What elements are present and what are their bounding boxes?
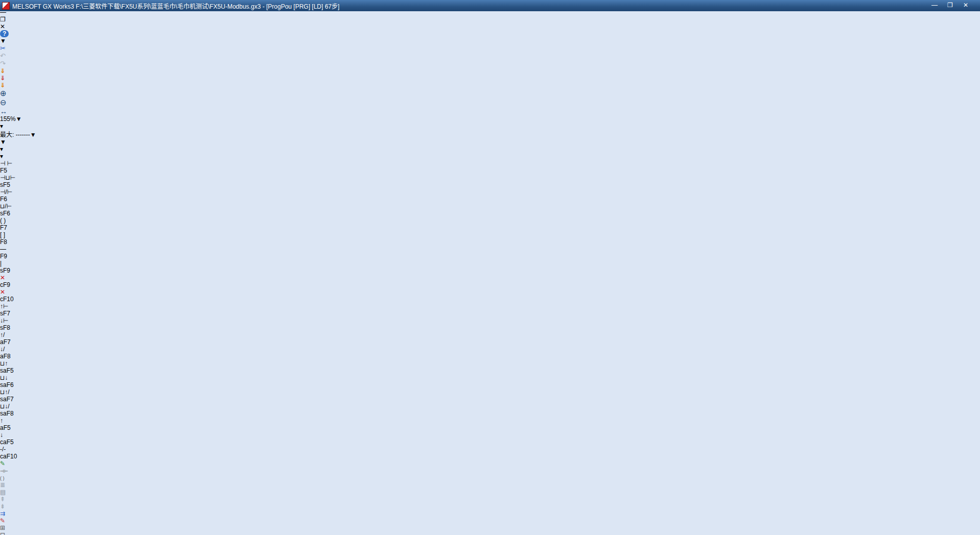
minimize-button[interactable]: — (931, 2, 946, 10)
coil-button[interactable]: ( )F7 (0, 217, 980, 231)
key-label: aF8 (0, 353, 980, 360)
key-label: F5 (0, 167, 980, 174)
key-label: sF9 (0, 267, 980, 274)
title-bar: MELSOFT GX Works3 F:\三菱软件下载\FX5U系列\蓝蓝毛巾\… (0, 0, 980, 11)
pulse-close-branch-icon: ⊔↓ (0, 374, 980, 381)
key-label: caF10 (0, 453, 980, 460)
window-title: MELSOFT GX Works3 F:\三菱软件下载\FX5U系列\蓝蓝毛巾\… (12, 2, 339, 10)
max-combo[interactable]: 最大: -------▼ (0, 130, 61, 138)
key-label: sF5 (0, 181, 980, 188)
edit-coil-mode-button[interactable]: ( ) (0, 474, 980, 481)
transfer-setup-1-button[interactable]: ⇓ (0, 67, 980, 75)
ladder-edit-mode-button[interactable]: ✎ (0, 460, 980, 467)
maximize-button[interactable]: ❐ (947, 2, 962, 10)
wrap-connection-icon: ⇉ (0, 510, 5, 517)
redo-icon: ↷ (0, 60, 6, 67)
key-label: saF5 (0, 367, 980, 374)
key-label: aF7 (0, 338, 980, 346)
open-branch-icon: ⊣⊔⊢ (0, 174, 980, 181)
close-contact-button[interactable]: ⊣/⊢F6 (0, 188, 980, 203)
invert-operation-button[interactable]: -/-caF10 (0, 446, 980, 460)
device-find-edit-icon: ✎ (0, 517, 5, 524)
edit-coil-mode-icon: ( ) (0, 476, 5, 481)
delete-horizontal-line-icon: ✕ (0, 274, 980, 281)
help-button[interactable]: ? (0, 30, 980, 37)
rising-pulse-button[interactable]: ↑aF5 (0, 417, 980, 431)
statement-gray-1-button: ≣ (0, 481, 980, 489)
jump-next-icon: ⇟ (0, 503, 5, 510)
ladder-symbol-toolbar: ⊣ ⊢F5⊣⊔⊢sF5⊣/⊢F6⊔/⊢sF6( )F7[ ]F8—F9|sF9✕… (0, 160, 980, 535)
toolbar-overflow-icon[interactable]: ▾ (0, 123, 980, 130)
vertical-line-button[interactable]: |sF9 (0, 260, 980, 274)
zoom-fit-button[interactable]: ↔ (0, 107, 980, 115)
wrap-connection-button[interactable]: ⇉ (0, 510, 980, 517)
pulse-close-neg-branch-button[interactable]: ⊔↓/saF8 (0, 403, 980, 417)
transfer-setup-2-button[interactable]: ⇓ (0, 75, 980, 82)
chevron-down-icon: ▼ (0, 138, 6, 145)
pulse-open-branch-button[interactable]: ⊔↑saF5 (0, 360, 980, 374)
delete-row-button[interactable]: ⊟ (0, 531, 980, 535)
insert-row-icon: ⊞ (0, 524, 5, 531)
pulse-open-neg-branch-button[interactable]: ⊔↑/saF7 (0, 388, 980, 403)
pulse-open-neg-icon: ↑/ (0, 331, 980, 338)
pulse-close-branch-button[interactable]: ⊔↓saF6 (0, 374, 980, 388)
device-find-edit-button[interactable]: ✎ (0, 517, 980, 524)
insert-row-button[interactable]: ⊞ (0, 524, 980, 531)
zoom-level-combo-value: 155% (0, 115, 16, 123)
redo-button: ↷ (0, 60, 980, 67)
pulse-open-contact-icon: ↑⊢ (0, 303, 980, 310)
keyword-combo[interactable]: ▼ (0, 37, 45, 44)
cut-icon: ✂ (0, 44, 6, 52)
zoom-level-combo[interactable]: 155%▼ (0, 115, 33, 123)
zoom-out-button[interactable]: ⊖ (0, 98, 980, 107)
key-label: caF5 (0, 439, 980, 446)
edit-contact-mode-button[interactable]: ⊣⊢ (0, 467, 980, 474)
chevron-down-icon: ▼ (30, 131, 36, 138)
pulse-open-neg-button[interactable]: ↑/aF7 (0, 331, 980, 346)
edit-contact-mode-icon: ⊣⊢ (0, 469, 8, 474)
falling-pulse-icon: ↓ (0, 431, 980, 439)
horizontal-line-button[interactable]: —F9 (0, 246, 980, 260)
key-label: F6 (0, 196, 980, 203)
pulse-close-neg-button[interactable]: ↓/aF8 (0, 346, 980, 360)
key-label: sF6 (0, 210, 980, 217)
close-branch-button[interactable]: ⊔/⊢sF6 (0, 203, 980, 217)
chevron-down-icon: ▼ (0, 37, 6, 44)
transfer-setup-3-button[interactable]: ⇓ (0, 82, 980, 89)
zoom-in-button[interactable]: ⊕ (0, 89, 980, 98)
key-label: F9 (0, 253, 980, 260)
key-label: sF7 (0, 310, 980, 317)
pulse-close-contact-button[interactable]: ↓⊢sF8 (0, 317, 980, 331)
pulse-open-contact-button[interactable]: ↑⊢sF7 (0, 303, 980, 317)
toolbar-overflow-icon[interactable]: ▾ (0, 153, 980, 160)
open-contact-button[interactable]: ⊣ ⊢F5 (0, 160, 980, 174)
gx-works3-window: MELSOFT GX Works3 F:\三菱软件下载\FX5U系列\蓝蓝毛巾\… (0, 0, 980, 535)
view-toolbar: ▾▾ (0, 145, 980, 160)
zoom-out-icon: ⊖ (0, 98, 7, 107)
close-button[interactable]: ✕ (963, 2, 978, 10)
vertical-line-icon: | (0, 260, 980, 267)
invert-operation-icon: -/- (0, 446, 980, 453)
falling-pulse-button[interactable]: ↓caF5 (0, 431, 980, 446)
jump-prev-button: ⇞ (0, 496, 980, 503)
delete-horizontal-line-button[interactable]: ✕cF9 (0, 274, 980, 288)
undo-button: ↶ (0, 52, 980, 60)
undo-icon: ↶ (0, 52, 6, 60)
transfer-setup-1-icon: ⇓ (0, 67, 5, 75)
ladder-edit-mode-icon: ✎ (0, 460, 5, 467)
standard-toolbar: ?▼✂↶↷⇓⇓⇓⊕⊖↔155%▼▾最大: -------▼▼ (0, 30, 980, 145)
application-instruction-button[interactable]: [ ]F8 (0, 231, 980, 246)
jump-next-button: ⇟ (0, 503, 980, 510)
doc-close-button[interactable]: ✕ (0, 23, 980, 30)
cut-button[interactable]: ✂ (0, 44, 980, 52)
app-icon (2, 2, 10, 10)
key-label: F7 (0, 224, 980, 231)
toolbar-overflow-icon[interactable]: ▾ (0, 145, 980, 153)
watch-combo[interactable]: ▼ (0, 138, 87, 145)
open-branch-button[interactable]: ⊣⊔⊢sF5 (0, 174, 980, 188)
pulse-close-neg-branch-icon: ⊔↓/ (0, 403, 980, 410)
doc-restore-button[interactable]: ❐ (0, 16, 980, 23)
zoom-fit-icon: ↔ (0, 107, 7, 115)
jump-prev-icon: ⇞ (0, 496, 5, 503)
delete-vertical-line-button[interactable]: ✕cF10 (0, 288, 980, 303)
